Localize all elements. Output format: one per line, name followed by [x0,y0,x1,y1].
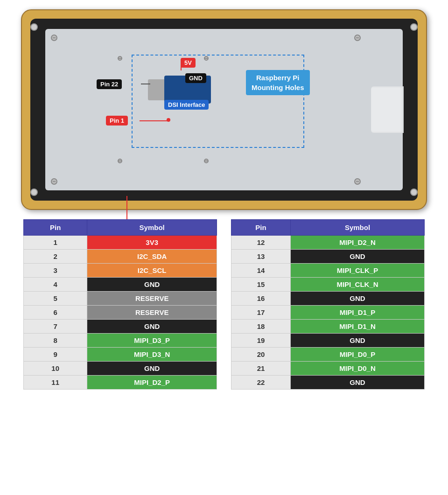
screw-c1 [118,56,122,61]
pin-cell: 1 [24,236,87,250]
symbol-cell: I2C_SDA [87,250,217,264]
screw-c4 [204,159,209,163]
symbol-cell: GND [291,292,425,306]
gray-chip [148,79,166,100]
right-notch [371,86,404,133]
table-section: Pin Symbol 13V32I2C_SDA3I2C_SCL4GND5RESE… [23,219,425,390]
symbol-cell: I2C_SCL [87,264,217,278]
pin-table-left: Pin Symbol 13V32I2C_SDA3I2C_SCL4GND5RESE… [23,219,217,390]
label-dsi: DSI Interface [164,100,209,110]
label-5v: 5V [181,58,196,68]
pin-cell: 13 [231,250,291,264]
table-row: 3I2C_SCL [24,264,217,278]
pin-cell: 5 [24,292,87,306]
table-row: 19GND [231,334,425,348]
pin-cell: 20 [231,348,291,362]
symbol-cell: RESERVE [87,306,217,320]
table-row: 20MIPI_D0_P [231,348,425,362]
symbol-cell: 3V3 [87,236,217,250]
pin-cell: 10 [24,362,87,376]
leader-5v [181,64,182,70]
symbol-cell: MIPI_D1_P [291,306,425,320]
symbol-cell: MIPI_D3_P [87,334,217,348]
table-row: 14MIPI_CLK_P [231,264,425,278]
pin-cell: 11 [24,376,87,390]
table-row: 15MIPI_CLK_N [231,278,425,292]
pin-cell: 15 [231,278,291,292]
label-pin22: Pin 22 [97,79,122,89]
symbol-cell: GND [87,278,217,292]
pin-cell: 14 [231,264,291,278]
leader-gnd [188,79,189,83]
pin-cell: 4 [24,278,87,292]
symbol-cell: MIPI_D2_P [87,376,217,390]
table-row: 11MIPI_D2_P [24,376,217,390]
symbol-cell: MIPI_D0_N [291,362,425,376]
right-table-header-pin: Pin [231,220,291,236]
symbol-cell: GND [87,320,217,334]
symbol-cell: GND [291,334,425,348]
symbol-cell: MIPI_D0_P [291,348,425,362]
table-row: 16GND [231,292,425,306]
wood-screw-tl [30,23,38,31]
table-row: 8MIPI_D3_P [24,334,217,348]
table-row: 18MIPI_D1_N [231,320,425,334]
left-table-body: 13V32I2C_SDA3I2C_SCL4GND5RESERVE6RESERVE… [24,236,217,390]
screw-tr [354,35,361,41]
table-row: 7GND [24,320,217,334]
table-row: 12MIPI_D2_N [231,236,425,250]
leader-pin1-h [140,120,168,121]
label-rpi-mounting: Raspberry PiMounting Holes [246,70,310,95]
right-table-header-symbol: Symbol [291,220,425,236]
symbol-cell: MIPI_D3_N [87,348,217,362]
leader-pin22 [141,84,150,84]
table-row: 13GND [231,250,425,264]
table-row: 13V3 [24,236,217,250]
left-table-header-pin: Pin [24,220,87,236]
table-row: 22GND [231,376,425,390]
pin-cell: 17 [231,306,291,320]
pin-cell: 8 [24,334,87,348]
table-row: 17MIPI_D1_P [231,306,425,320]
leader-pin1-dot [167,118,170,122]
label-pin1: Pin 1 [106,116,128,125]
screw-br [354,178,361,185]
diagram-section: 5V GND Pin 22 DSI Interface Pin 1 Raspbe… [14,9,434,210]
pin-cell: 19 [231,334,291,348]
pin-cell: 22 [231,376,291,390]
pin-cell: 3 [24,264,87,278]
symbol-cell: MIPI_D1_N [291,320,425,334]
symbol-cell: RESERVE [87,292,217,306]
table-row: 10GND [24,362,217,376]
pin-cell: 18 [231,320,291,334]
right-table-body: 12MIPI_D2_N13GND14MIPI_CLK_P15MIPI_CLK_N… [231,236,425,390]
table-row: 6RESERVE [24,306,217,320]
pin-cell: 6 [24,306,87,320]
left-table-header-symbol: Symbol [87,220,217,236]
table-row: 4GND [24,278,217,292]
wood-screw-bl [30,188,38,196]
symbol-cell: GND [291,376,425,390]
symbol-cell: GND [291,250,425,264]
pin-cell: 2 [24,250,87,264]
pin-cell: 21 [231,362,291,376]
rpi-mounting-area [132,55,304,148]
pin-cell: 16 [231,292,291,306]
screw-bl [51,178,57,185]
table-row: 21MIPI_D0_N [231,362,425,376]
wood-screw-tr [410,23,418,31]
wood-screw-br [410,188,418,196]
screw-c3 [118,159,122,163]
symbol-cell: MIPI_CLK_P [291,264,425,278]
screw-tl [51,35,57,41]
symbol-cell: MIPI_CLK_N [291,278,425,292]
symbol-cell: GND [87,362,217,376]
pin-cell: 7 [24,320,87,334]
table-row: 5RESERVE [24,292,217,306]
pin-table-right: Pin Symbol 12MIPI_D2_N13GND14MIPI_CLK_P1… [231,219,425,390]
pin-cell: 9 [24,348,87,362]
screen-area: 5V GND Pin 22 DSI Interface Pin 1 Raspbe… [45,29,403,190]
table-row: 9MIPI_D3_N [24,348,217,362]
wood-frame: 5V GND Pin 22 DSI Interface Pin 1 Raspbe… [21,9,427,210]
table-row: 2I2C_SDA [24,250,217,264]
